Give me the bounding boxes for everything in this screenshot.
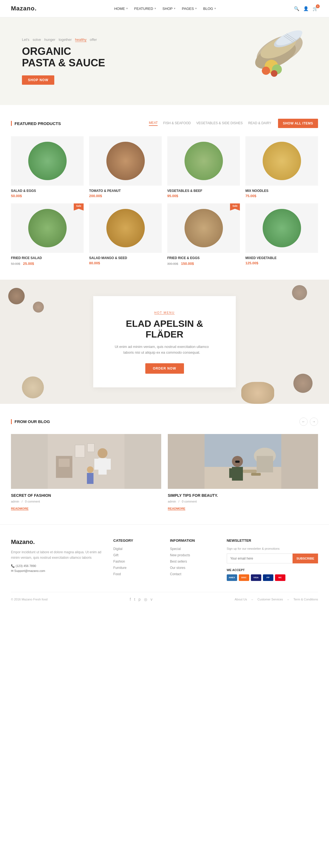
- blog-next-button[interactable]: →: [310, 417, 318, 426]
- filter-fish[interactable]: FISH & SEAFOOD: [163, 121, 191, 126]
- product-img: [28, 142, 67, 180]
- hero-section: Let's solve hunger together healthy offe…: [0, 17, 329, 105]
- chevron-icon: ▼: [195, 7, 197, 10]
- footer-newsletter: NEWSLETTER Sign up for our newsletter & …: [227, 538, 318, 581]
- product-image: [89, 204, 162, 253]
- blog-post-meta: admin / 0 comment: [11, 500, 161, 503]
- product-image: Sale: [11, 204, 84, 253]
- nav-pages[interactable]: PAGES ▼: [182, 7, 197, 11]
- product-card[interactable]: Sale FRIED RICE SALAD 50.00$ 25.00$: [11, 204, 84, 266]
- svg-rect-18: [107, 459, 111, 470]
- payment-discover: DISC: [239, 575, 249, 581]
- user-icon[interactable]: 👤: [303, 6, 309, 11]
- product-image: [167, 136, 240, 186]
- readmore-link[interactable]: READMORE: [168, 507, 185, 510]
- footer-link-best-sellers[interactable]: Best sellers: [170, 560, 216, 563]
- footer-email: ✉ Support@mazano.com: [11, 569, 102, 573]
- product-card[interactable]: MIXED VEGETABLE 125.00$: [245, 204, 318, 266]
- search-icon[interactable]: 🔍: [294, 6, 299, 11]
- svg-rect-27: [257, 456, 273, 472]
- sale-badge: Sale: [230, 204, 240, 211]
- twitter-icon[interactable]: t: [134, 597, 135, 601]
- nav-blog[interactable]: BLOG ▼: [203, 7, 216, 11]
- product-card[interactable]: VEGETABLES & BEEF 95.00$: [167, 136, 240, 198]
- promo-banner: HOT MENU ELAD APELSIN & FLÄDER Ut enim a…: [0, 280, 329, 404]
- show-all-button[interactable]: SHOW ALL ITEMS: [278, 119, 318, 128]
- newsletter-email-input[interactable]: [227, 554, 293, 563]
- order-now-button[interactable]: ORDER NOW: [145, 363, 184, 374]
- footer-description: Empor incididunt ut labore et dolore mag…: [11, 550, 102, 561]
- blog-post-meta: admin / 0 comment: [168, 500, 318, 503]
- footer-link-food[interactable]: Food: [113, 572, 159, 576]
- blog-header: FROM OUR BLOG ← →: [11, 417, 318, 426]
- product-price: 75.00$: [245, 194, 318, 198]
- customer-services-link[interactable]: Customer Services: [258, 598, 283, 601]
- vimeo-icon[interactable]: v: [151, 597, 152, 601]
- product-price: 95.00$: [167, 194, 240, 198]
- promo-title: ELAD APELSIN & FLÄDER: [110, 318, 219, 340]
- newsletter-subscribe-button[interactable]: SUBSCRIBE: [293, 554, 318, 563]
- footer-link-fashion[interactable]: Fashion: [113, 560, 159, 563]
- footer-link-contact[interactable]: Contact: [170, 572, 216, 576]
- product-card[interactable]: TOMATO & PEANUT 200.00$: [89, 136, 162, 198]
- payment-icons: AMEX DISC VISA PP MC: [227, 575, 318, 581]
- promo-description: Ut enim ad minim veniam, quis nostrud ex…: [110, 344, 214, 355]
- terms-link[interactable]: Term & Conditions: [293, 598, 318, 601]
- product-name: MIX NOODLES: [245, 189, 318, 193]
- nav-shop[interactable]: SHOP ▼: [162, 7, 176, 11]
- filter-meat[interactable]: MEAT: [149, 121, 158, 126]
- chevron-icon: ▼: [214, 7, 216, 10]
- nav-featured[interactable]: FEATURED ▼: [134, 7, 156, 11]
- readmore-link[interactable]: READMORE: [11, 507, 29, 510]
- blog-grid: SECRET OF FASHION admin / 0 comment READ…: [11, 434, 318, 511]
- promo-content: HOT MENU ELAD APELSIN & FLÄDER Ut enim a…: [93, 296, 236, 388]
- blog-card[interactable]: SIMPLY TIPS FOR BEAUTY. admin / 0 commen…: [168, 434, 318, 511]
- about-us-link[interactable]: About Us: [235, 598, 247, 601]
- svg-rect-20: [87, 473, 93, 484]
- hero-title: ORGANIC PASTA & SAUCE: [22, 46, 105, 69]
- product-card[interactable]: MIX NOODLES 75.00$: [245, 136, 318, 198]
- hero-food-illustration: [233, 23, 310, 99]
- filter-dairy[interactable]: READ & DAIRY: [248, 121, 271, 126]
- hero-tagline: Let's solve hunger together healthy offe…: [22, 37, 105, 42]
- hero-cta-button[interactable]: SHOP NOW: [22, 75, 54, 85]
- promo-label: HOT MENU: [154, 311, 175, 314]
- product-image: [89, 136, 162, 186]
- payment-amex: AMEX: [227, 575, 237, 581]
- facebook-icon[interactable]: f: [130, 597, 131, 601]
- footer-link-our-stores[interactable]: Our stores: [170, 566, 216, 570]
- filter-vegetables[interactable]: VEGETABLES & SIDE DISHES: [196, 121, 243, 126]
- footer-link-furniture[interactable]: Furniture: [113, 566, 159, 570]
- instagram-icon[interactable]: ◎: [144, 597, 147, 601]
- product-card[interactable]: SALAD MANGO & SEED 80.00$: [89, 204, 162, 266]
- footer-link-gift[interactable]: Gift: [113, 553, 159, 557]
- logo[interactable]: Mazano.: [11, 5, 37, 12]
- footer-link-new-products[interactable]: New products: [170, 553, 216, 557]
- sale-badge: Sale: [74, 204, 84, 211]
- cart-badge: 0: [316, 4, 320, 8]
- product-name: FRIED RICE & EGGS: [167, 256, 240, 260]
- featured-title: FEATURED PRODUCTS: [11, 121, 61, 126]
- svg-point-4: [262, 67, 270, 75]
- footer-category: CATEGORY Digital Gift Fashion Furniture …: [113, 538, 159, 581]
- product-price: 80.00$: [89, 261, 162, 265]
- featured-products-section: FEATURED PRODUCTS MEAT FISH & SEAFOOD VE…: [0, 105, 329, 280]
- deco-food-4: [293, 374, 312, 393]
- product-card[interactable]: Sale FRIED RICE & EGGS 300.00$ 150.00$: [167, 204, 240, 266]
- footer-link-digital[interactable]: Digital: [113, 547, 159, 551]
- footer-link-special[interactable]: Special: [170, 547, 216, 551]
- blog-card[interactable]: SECRET OF FASHION admin / 0 comment READ…: [11, 434, 161, 511]
- products-grid: SALAD & EGGS 50.00$ TOMATO & PEANUT 200.…: [11, 136, 318, 266]
- product-card[interactable]: SALAD & EGGS 50.00$: [11, 136, 84, 198]
- product-image: [245, 136, 318, 186]
- blog-prev-button[interactable]: ←: [299, 417, 308, 426]
- product-pricing: 300.00$ 150.00$: [167, 261, 240, 266]
- product-pricing: 50.00$ 25.00$: [11, 261, 84, 266]
- blog-image-2: [168, 434, 318, 489]
- filter-tabs: MEAT FISH & SEAFOOD VEGETABLES & SIDE DI…: [149, 121, 271, 126]
- footer-social: f t p ◎ v: [130, 597, 152, 601]
- cart-icon[interactable]: 🛒 0: [312, 6, 318, 11]
- blog-image-1: [11, 434, 161, 489]
- nav-home[interactable]: HOME ▼: [114, 7, 128, 11]
- pinterest-icon[interactable]: p: [139, 597, 141, 601]
